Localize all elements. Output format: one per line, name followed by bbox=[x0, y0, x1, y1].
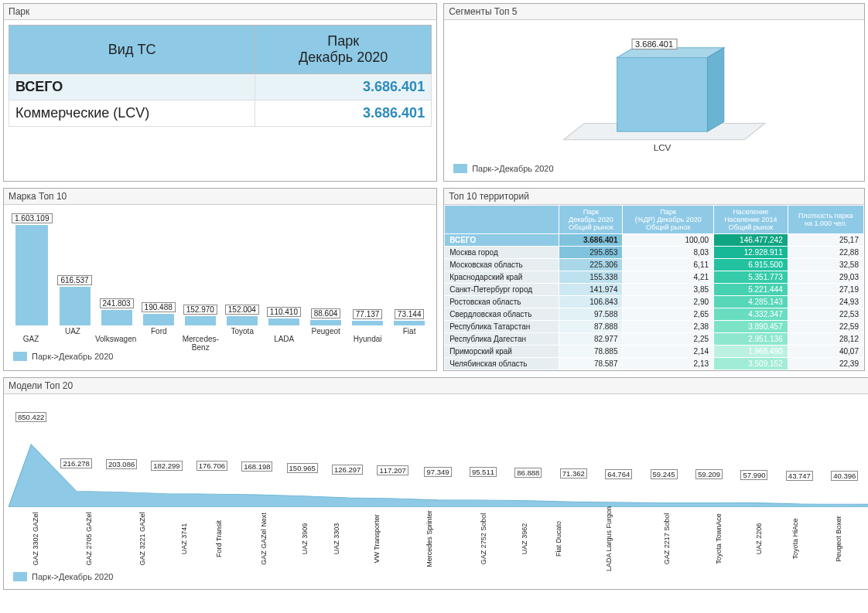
terr-pop: 12.928.911 bbox=[714, 247, 788, 259]
svg-rect-1 bbox=[617, 58, 708, 132]
panel-segments: Сегменты Топ 5 3.686.401 LCV Парк bbox=[443, 3, 865, 182]
terr-h4: НаселениеНаселение 2014Общий рынок bbox=[714, 206, 788, 234]
segments-x-label: LCV bbox=[654, 142, 672, 152]
brand-bar-value: 73.144 bbox=[395, 309, 425, 319]
brand-bar-col: 77.137 bbox=[348, 309, 387, 325]
terr-pop: 1.968.490 bbox=[714, 346, 788, 358]
territory-row: Краснодарский край155.3384,215.351.77329… bbox=[445, 271, 864, 284]
legend-models: Парк->Декабрь 2020 bbox=[9, 569, 868, 584]
brand-bar-value: 152.970 bbox=[183, 305, 217, 315]
terr-density: 22,59 bbox=[788, 321, 863, 333]
brand-bar-col: 190.488 bbox=[139, 302, 178, 325]
terr-pop: 3.890.457 bbox=[714, 321, 788, 333]
terr-density: 27,19 bbox=[788, 284, 863, 296]
legend-label: Парк->Декабрь 2020 bbox=[32, 352, 113, 361]
terr-park: 155.338 bbox=[559, 271, 623, 284]
brand-x-label: Volkswagen bbox=[95, 333, 136, 352]
brand-bar bbox=[227, 316, 258, 325]
park-row-label: Коммерческие (LCV) bbox=[9, 100, 255, 127]
terr-pct: 2,38 bbox=[623, 321, 714, 333]
terr-name: Челябинская область bbox=[445, 358, 559, 370]
terr-name: Краснодарский край bbox=[445, 271, 559, 284]
park-row: ВСЕГО3.686.401 bbox=[9, 74, 432, 100]
terr-density: 29,03 bbox=[788, 271, 863, 284]
panel-models: Модели Топ 20 850.422216.278203.086182.2… bbox=[3, 377, 868, 590]
terr-density: 25,17 bbox=[788, 234, 863, 247]
brand-bar-value: 241.803 bbox=[100, 298, 134, 308]
terr-density: 32,58 bbox=[788, 259, 863, 271]
brand-bar bbox=[60, 287, 91, 325]
panel-title-models: Модели Топ 20 bbox=[4, 378, 868, 394]
model-value: 850.422 bbox=[15, 412, 46, 422]
brand-bar bbox=[143, 314, 174, 325]
legend-label: Парк->Декабрь 2020 bbox=[472, 164, 553, 173]
segments-chart: 3.686.401 LCV bbox=[449, 25, 859, 156]
panel-title-segments: Сегменты Топ 5 bbox=[444, 4, 864, 20]
park-table: Вид ТС Парк Декабрь 2020 ВСЕГО3.686.401К… bbox=[9, 25, 432, 127]
terr-pct: 2,13 bbox=[623, 358, 714, 370]
park-row-value: 3.686.401 bbox=[255, 74, 432, 100]
territory-row: Республика Татарстан87.8882,383.890.4572… bbox=[445, 321, 864, 333]
terr-pct: 8,03 bbox=[623, 247, 714, 259]
terr-park: 141.974 bbox=[559, 284, 623, 296]
territory-row: Ростовская область106.8432,904.285.14324… bbox=[445, 296, 864, 308]
terr-pop: 146.477.242 bbox=[714, 234, 788, 247]
brand-x-label: Toyota bbox=[223, 325, 261, 344]
territory-row: Москва город295.8538,0312.928.91122,88 bbox=[445, 247, 864, 259]
segments-value-label: 3.686.401 bbox=[631, 39, 677, 49]
terr-h3: Парк(%ДР) Декабрь 2020Общий рынок bbox=[623, 206, 714, 234]
brand-x-label: Hyundai bbox=[348, 333, 387, 352]
terr-density: 24,93 bbox=[788, 296, 863, 308]
model-x-label: Peugeot Boxer bbox=[812, 516, 866, 562]
legend-segments: Парк->Декабрь 2020 bbox=[449, 161, 859, 176]
park-row-value: 3.686.401 bbox=[255, 100, 432, 127]
svg-marker-4 bbox=[9, 444, 868, 507]
models-area-poly bbox=[9, 438, 868, 507]
terr-park: 225.306 bbox=[559, 259, 623, 271]
terr-name: ВСЕГО bbox=[445, 234, 559, 247]
legend-label: Парк->Декабрь 2020 bbox=[32, 572, 113, 581]
brand-x-label: LADA bbox=[265, 333, 303, 352]
terr-pct: 2,14 bbox=[623, 346, 714, 358]
model-x-label: Fiat Ducato bbox=[531, 521, 586, 557]
terr-density: 28,12 bbox=[788, 333, 863, 346]
brand-bar-col: 110.410 bbox=[265, 307, 303, 325]
terr-name: Москва город bbox=[445, 247, 559, 259]
terr-park: 82.977 bbox=[559, 333, 623, 346]
legend-swatch-icon bbox=[453, 164, 467, 173]
brand-bar-col: 88.604 bbox=[306, 308, 345, 325]
terr-pct: 3,85 bbox=[623, 284, 714, 296]
terr-pct: 2,90 bbox=[623, 296, 714, 308]
terr-density: 22,53 bbox=[788, 308, 863, 321]
terr-pop: 6.915.500 bbox=[714, 259, 788, 271]
terr-park: 106.843 bbox=[559, 296, 623, 308]
brand-bar bbox=[352, 321, 383, 325]
brand-x-label: UAZ bbox=[53, 325, 92, 344]
brand-bar-col: 616.537 bbox=[56, 275, 94, 325]
model-x-label: Peugeot Partner bbox=[860, 513, 868, 564]
terr-h5: Плотность паркана 1.000 чел. bbox=[788, 206, 863, 234]
terr-density: 40,07 bbox=[788, 346, 863, 358]
brand-x-label: Mercedes-Benz bbox=[181, 333, 220, 352]
terr-park: 78.885 bbox=[559, 346, 623, 358]
model-x-label: GAZ 3302 GAZel bbox=[9, 512, 63, 565]
park-row-label: ВСЕГО bbox=[9, 74, 255, 100]
park-col2: Парк Декабрь 2020 bbox=[255, 26, 432, 74]
terr-name: Республика Дагестан bbox=[445, 333, 559, 346]
brand-x-label: Fiat bbox=[390, 325, 429, 344]
model-x-label: GAZ 2217 Sobol bbox=[640, 513, 694, 565]
brand-bar-col: 73.144 bbox=[390, 309, 429, 325]
terr-name: Санкт-Петербург город bbox=[445, 284, 559, 296]
svg-marker-3 bbox=[708, 48, 724, 131]
panel-brands: Марка Топ 10 1.603.109616.537241.803190.… bbox=[3, 188, 437, 371]
brands-bar-chart: 1.603.109616.537241.803190.488152.970152… bbox=[9, 209, 432, 325]
park-col1: Вид ТС bbox=[9, 26, 255, 74]
terr-pct: 6,11 bbox=[623, 259, 714, 271]
brand-bar-value: 152.004 bbox=[225, 305, 259, 315]
panel-title-park: Парк bbox=[4, 4, 436, 20]
brand-bar-col: 152.970 bbox=[181, 305, 220, 325]
terr-pop: 2.951.136 bbox=[714, 333, 788, 346]
territory-row: Приморский край78.8852,141.968.49040,07 bbox=[445, 346, 864, 358]
terr-pop: 5.221.444 bbox=[714, 284, 788, 296]
terr-pop: 4.285.143 bbox=[714, 296, 788, 308]
